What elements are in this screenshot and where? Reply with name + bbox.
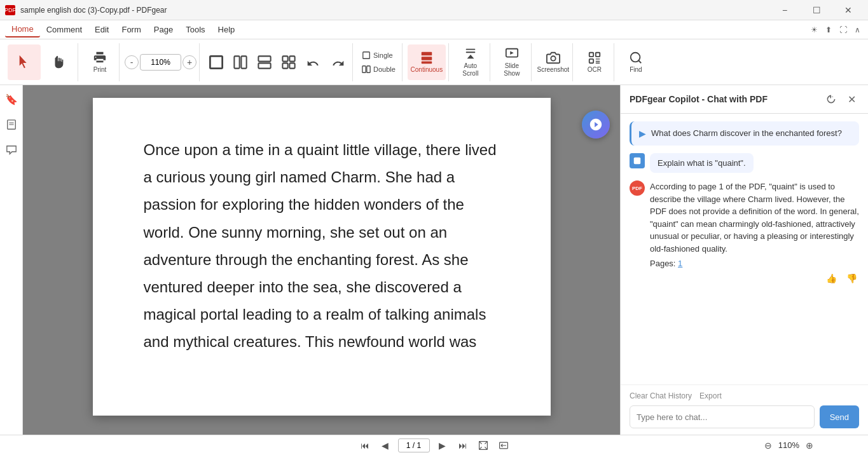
double-label: Double [373, 65, 396, 73]
last-page-button[interactable]: ⏭ [455, 438, 471, 453]
print-label: Print [93, 66, 107, 74]
toolbar-selection-group [5, 43, 78, 81]
svg-rect-3 [258, 56, 270, 61]
screenshot-label: Screenshot [537, 66, 570, 74]
continuous-label: Continuous [411, 66, 443, 74]
bottom-zoom-control: ⊖ 110% ⊕ [761, 438, 817, 453]
svg-point-19 [551, 56, 555, 60]
svg-rect-7 [282, 63, 287, 68]
svg-rect-15 [466, 48, 476, 50]
prev-page-button[interactable]: ◀ [378, 438, 393, 453]
grid-layout-2-button[interactable] [229, 51, 252, 74]
toolbar-layout-group [202, 43, 353, 81]
thumbs-down-button[interactable]: 👎 [844, 271, 859, 286]
first-page-button[interactable]: ⏮ [357, 438, 373, 453]
grid-layout-4-button[interactable] [277, 51, 300, 74]
ocr-button[interactable]: OCR [578, 44, 611, 80]
auto-scroll-label: Auto Scroll [457, 62, 485, 78]
ai-response-text: According to page 1 of the PDF, "quaint"… [650, 180, 859, 255]
print-button[interactable]: Print [83, 44, 116, 80]
copilot-header-icons: ✕ [823, 92, 859, 107]
export-button[interactable]: Export [699, 391, 722, 400]
send-button[interactable]: Send [820, 405, 859, 428]
user-message-text: Explain what is "quaint". [650, 153, 754, 173]
menu-help[interactable]: Help [212, 22, 242, 37]
fullscreen-icon[interactable]: ⛶ [837, 23, 850, 37]
bookmark-icon[interactable]: 🔖 [3, 90, 20, 108]
sun-icon[interactable]: ☀ [808, 23, 820, 37]
cursor-tool-button[interactable] [8, 44, 41, 80]
zoom-in-button[interactable]: + [183, 55, 196, 69]
grid-layout-3-button[interactable] [253, 51, 276, 74]
export-icon[interactable]: ⬆ [823, 23, 834, 37]
svg-rect-4 [258, 63, 270, 68]
chat-input[interactable] [630, 405, 815, 428]
maximize-button[interactable]: ☐ [802, 0, 831, 20]
menu-page[interactable]: Page [148, 22, 179, 37]
thumbs-up-button[interactable]: 👍 [823, 271, 839, 286]
svg-rect-2 [241, 56, 246, 68]
app-icon: PDF [5, 5, 15, 15]
ai-message-content: According to page 1 of the PDF, "quaint"… [650, 180, 859, 286]
grid-layout-1-button[interactable] [205, 51, 228, 74]
svg-rect-11 [367, 65, 370, 72]
single-label: Single [373, 51, 393, 59]
menu-comment[interactable]: Comment [40, 22, 88, 37]
continuous-view-button[interactable]: Continuous [408, 44, 446, 80]
zoom-in-bottom-button[interactable]: ⊕ [802, 438, 817, 453]
auto-scroll-button[interactable]: Auto Scroll [454, 44, 487, 80]
close-button[interactable]: ✕ [834, 0, 863, 20]
chat-area: ▶ What does Charm discover in the enchan… [621, 114, 868, 384]
pages-icon[interactable] [3, 116, 20, 133]
svg-rect-9 [363, 51, 370, 58]
minimize-button[interactable]: − [770, 0, 799, 20]
pdf-viewer[interactable]: Once upon a time in a quaint little vill… [23, 85, 620, 435]
next-page-button[interactable]: ▶ [435, 438, 450, 453]
redo-button[interactable] [327, 55, 350, 72]
undo-button[interactable] [301, 55, 324, 72]
user-message: Explain what is "quaint". [630, 153, 859, 173]
copilot-close-button[interactable]: ✕ [844, 92, 859, 107]
find-button[interactable]: Find [619, 44, 652, 80]
bottom-zoom-level: 110% [778, 440, 799, 450]
copilot-float-button[interactable] [582, 111, 610, 139]
zoom-out-button[interactable]: - [125, 55, 139, 69]
hand-tool-button[interactable] [42, 44, 75, 80]
menu-form[interactable]: Form [115, 22, 147, 37]
toolbar-autoscroll-group: Auto Scroll [451, 43, 490, 81]
copilot-refresh-button[interactable] [823, 92, 839, 107]
suggestion-arrow-icon: ▶ [639, 128, 646, 139]
window-controls: − ☐ ✕ [770, 0, 863, 20]
zoom-out-bottom-button[interactable]: ⊖ [761, 438, 776, 453]
page-input[interactable] [398, 438, 430, 452]
svg-rect-5 [282, 56, 287, 61]
fit-width-button[interactable] [496, 438, 511, 453]
svg-rect-28 [634, 158, 641, 165]
svg-rect-14 [422, 61, 432, 64]
ai-message: PDF According to page 1 of the PDF, "qua… [630, 180, 859, 286]
menu-tools[interactable]: Tools [179, 22, 211, 37]
svg-rect-6 [289, 56, 294, 61]
screenshot-button[interactable]: Screenshot [537, 44, 570, 80]
clear-chat-button[interactable]: Clear Chat History [630, 391, 692, 400]
single-view-button[interactable]: Single [358, 49, 399, 62]
double-view-button[interactable]: Double [358, 63, 399, 76]
left-sidebar: 🔖 [0, 85, 23, 435]
svg-rect-1 [234, 56, 239, 68]
menu-home[interactable]: Home [5, 22, 40, 37]
feedback-row: 👍 👎 [650, 271, 859, 286]
suggested-question[interactable]: ▶ What does Charm discover in the enchan… [630, 121, 859, 146]
svg-rect-12 [422, 51, 432, 55]
collapse-icon[interactable]: ∧ [852, 23, 863, 37]
slide-show-button[interactable]: Slide Show [495, 44, 528, 80]
fit-page-button[interactable] [476, 438, 491, 453]
svg-rect-21 [596, 52, 600, 56]
copilot-header: PDFgear Copilot - Chat with PDF ✕ [621, 85, 868, 114]
menu-edit[interactable]: Edit [88, 22, 115, 37]
view-mode-group: Single Double [358, 49, 399, 76]
zoom-input[interactable] [140, 54, 181, 71]
page-link-1[interactable]: 1 [678, 259, 682, 268]
ai-avatar: PDF [630, 180, 645, 196]
chat-bottom: Clear Chat History Export Send [621, 384, 868, 435]
comments-icon[interactable] [3, 141, 20, 159]
